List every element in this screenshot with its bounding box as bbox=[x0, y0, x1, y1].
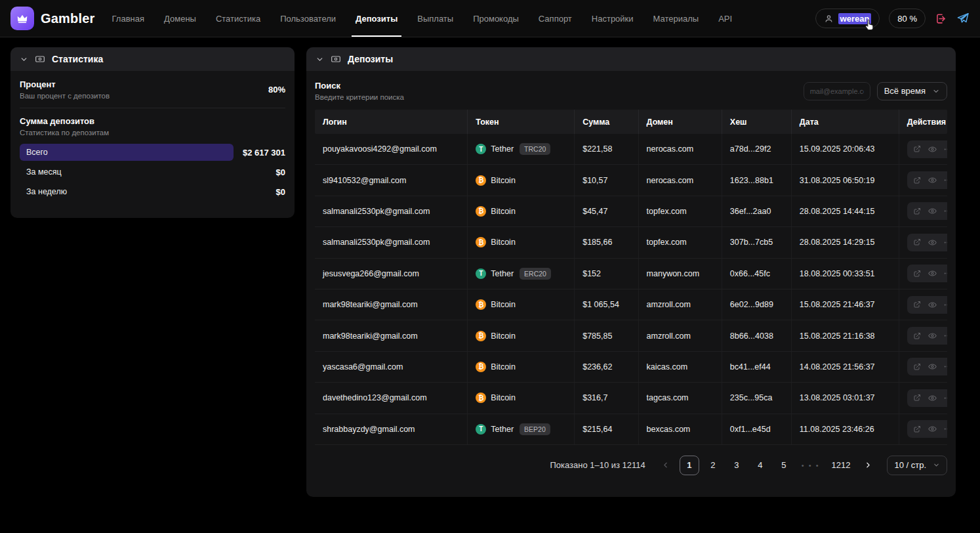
eye-icon[interactable] bbox=[926, 330, 939, 342]
deposits-panel-header[interactable]: Депозиты bbox=[306, 47, 956, 71]
deposit-actions bbox=[899, 352, 947, 382]
deposit-token: TTetherTRC20 bbox=[467, 134, 574, 164]
banknote-icon bbox=[35, 54, 45, 64]
deposit-date: 28.08.2025 14:44:15 bbox=[791, 196, 899, 226]
deposit-date: 28.08.2025 14:29:15 bbox=[791, 227, 899, 257]
table-row: shrabbayzdy@gmail.comTTetherBEP20$215,64… bbox=[315, 414, 947, 445]
more-options-icon[interactable] bbox=[941, 143, 947, 156]
actions-box bbox=[907, 265, 947, 282]
app-logo[interactable] bbox=[10, 7, 34, 30]
more-options-icon[interactable] bbox=[941, 205, 947, 217]
bitcoin-icon: ₿ bbox=[476, 299, 486, 310]
column-header: Сумма bbox=[574, 110, 638, 134]
tether-icon: T bbox=[476, 268, 486, 279]
deposit-actions bbox=[899, 227, 947, 257]
page-button-5[interactable]: 5 bbox=[774, 456, 794, 475]
more-options-icon[interactable] bbox=[941, 330, 947, 342]
nav-item-главная[interactable]: Главная bbox=[112, 0, 144, 37]
percent-stat-row: Процент Ваш процент с депозитов 80% bbox=[20, 79, 285, 100]
more-options-icon[interactable] bbox=[941, 392, 947, 404]
nav-item-api[interactable]: API bbox=[718, 0, 732, 37]
deposit-domain: manywon.com bbox=[638, 259, 722, 289]
deposit-hash: bc41...ef44 bbox=[722, 352, 791, 382]
period-select[interactable]: Всё время bbox=[877, 82, 947, 100]
eye-icon[interactable] bbox=[926, 267, 939, 280]
logout-icon[interactable] bbox=[935, 12, 947, 25]
user-badge[interactable]: werean bbox=[815, 9, 880, 28]
nav-item-домены[interactable]: Домены bbox=[164, 0, 196, 37]
crown-icon bbox=[16, 12, 29, 25]
more-options-icon[interactable] bbox=[941, 267, 947, 280]
more-options-icon[interactable] bbox=[941, 174, 947, 186]
external-link-icon[interactable] bbox=[911, 267, 924, 280]
external-link-icon[interactable] bbox=[911, 360, 924, 373]
deposit-login: sl9410532@gmail.com bbox=[315, 165, 467, 195]
deposit-hash: 235c...95ca bbox=[722, 383, 791, 413]
deposit-hash: 0x66...45fc bbox=[722, 259, 791, 289]
token-name: Bitcoin bbox=[491, 238, 516, 247]
collapse-chevron-icon[interactable] bbox=[20, 55, 28, 64]
eye-icon[interactable] bbox=[926, 392, 939, 404]
nav-item-выплаты[interactable]: Выплаты bbox=[417, 0, 453, 37]
statistics-panel-header[interactable]: Статистика bbox=[10, 47, 295, 71]
actions-box bbox=[907, 358, 947, 375]
external-link-icon[interactable] bbox=[911, 236, 924, 249]
nav-item-настройки[interactable]: Настройки bbox=[592, 0, 634, 37]
external-link-icon[interactable] bbox=[911, 299, 924, 311]
deposit-actions bbox=[899, 196, 947, 226]
pagination: Показано 1–10 из 12114 12345 • • • 1212 … bbox=[306, 445, 956, 475]
token-name: Bitcoin bbox=[491, 300, 516, 309]
page-button-1[interactable]: 1 bbox=[680, 456, 699, 475]
more-options-icon[interactable] bbox=[941, 423, 947, 435]
deposit-date: 13.08.2025 03:01:37 bbox=[791, 383, 899, 413]
eye-icon[interactable] bbox=[926, 143, 939, 156]
nav-item-статистика[interactable]: Статистика bbox=[216, 0, 260, 37]
page-button-2[interactable]: 2 bbox=[703, 456, 723, 475]
page-button-3[interactable]: 3 bbox=[727, 456, 746, 475]
external-link-icon[interactable] bbox=[911, 174, 924, 186]
eye-icon[interactable] bbox=[926, 360, 939, 373]
external-link-icon[interactable] bbox=[911, 205, 924, 217]
external-link-icon[interactable] bbox=[911, 392, 924, 404]
collapse-chevron-icon[interactable] bbox=[316, 55, 324, 64]
chevron-down-icon bbox=[932, 87, 940, 95]
page-size-select[interactable]: 10 / стр. bbox=[887, 456, 947, 475]
token-name: Tether bbox=[491, 425, 514, 434]
deposit-token: ₿Bitcoin bbox=[467, 320, 574, 351]
deposit-amount: $185,66 bbox=[574, 227, 638, 257]
more-options-icon[interactable] bbox=[941, 236, 947, 249]
external-link-icon[interactable] bbox=[911, 423, 924, 435]
more-options-icon[interactable] bbox=[941, 360, 947, 373]
deposit-domain: amzroll.com bbox=[638, 320, 722, 351]
deposit-login: mark98teariki@gmail.com bbox=[315, 320, 467, 351]
more-options-icon[interactable] bbox=[941, 299, 947, 311]
nav-item-материалы[interactable]: Материалы bbox=[653, 0, 699, 37]
eye-icon[interactable] bbox=[926, 299, 939, 311]
eye-icon[interactable] bbox=[926, 205, 939, 217]
pagination-summary: Показано 1–10 из 12114 bbox=[550, 460, 645, 470]
eye-icon[interactable] bbox=[926, 423, 939, 435]
external-link-icon[interactable] bbox=[911, 330, 924, 342]
page-button-last[interactable]: 1212 bbox=[827, 456, 854, 475]
nav-item-пользователи[interactable]: Пользователи bbox=[280, 0, 336, 37]
actions-box bbox=[907, 171, 947, 189]
page-button-4[interactable]: 4 bbox=[750, 456, 770, 475]
nav-item-промокоды[interactable]: Промокоды bbox=[473, 0, 519, 37]
email-search-input[interactable] bbox=[804, 82, 870, 100]
external-link-icon[interactable] bbox=[911, 143, 924, 156]
prev-page-icon[interactable] bbox=[657, 457, 674, 474]
divider bbox=[20, 108, 285, 108]
deposit-amount: $215,64 bbox=[574, 414, 638, 444]
nav-item-депозиты[interactable]: Депозиты bbox=[356, 0, 398, 37]
next-page-icon[interactable] bbox=[859, 457, 876, 474]
brand-name: Gambler bbox=[41, 11, 95, 26]
nav-item-саппорт[interactable]: Саппорт bbox=[539, 0, 572, 37]
eye-icon[interactable] bbox=[926, 236, 939, 249]
column-header: Токен bbox=[467, 110, 574, 134]
deposit-actions bbox=[899, 320, 947, 351]
telegram-icon[interactable] bbox=[956, 12, 970, 25]
eye-icon[interactable] bbox=[926, 174, 939, 186]
deposits-table-body: pouyakavoosi4292@gmail.comTTetherTRC20$2… bbox=[315, 134, 947, 445]
deposit-amount: $45,47 bbox=[574, 196, 638, 226]
table-row: mark98teariki@gmail.com₿Bitcoin$1 065,54… bbox=[315, 289, 947, 320]
